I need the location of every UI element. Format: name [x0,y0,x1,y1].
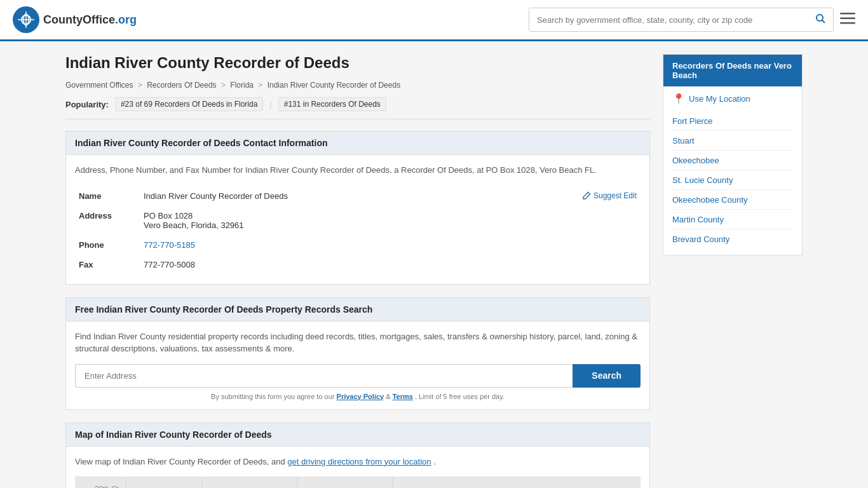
contact-section-body: Address, Phone Number, and Fax Number fo… [66,155,649,284]
site-header: CountyOffice.org [0,0,868,41]
property-search-body: Find Indian River County residential pro… [66,322,649,409]
name-label: Name [76,187,140,205]
privacy-policy-link[interactable]: Privacy Policy [337,393,384,400]
address-search-row: Search [75,364,641,388]
phone-label: Phone [76,236,140,254]
contact-table: Name Indian River County Recorder of Dee… [75,186,641,275]
name-value: Indian River County Recorder of Deeds Su… [141,187,639,205]
breadcrumb-link-current[interactable]: Indian River County Recorder of Deeds [268,81,400,90]
header-right [529,8,855,32]
property-search-section: Free Indian River County Recorder Of Dee… [65,297,650,410]
list-item: Okeechobee County [672,190,793,210]
list-item: St. Lucie County [672,170,793,190]
global-search-input[interactable] [529,10,808,30]
svg-point-5 [817,15,823,21]
contact-description: Address, Phone Number, and Fax Number fo… [75,164,641,177]
location-icon: 📍 [672,93,685,105]
address-value: PO Box 1028 Vero Beach, Florida, 32961 [141,207,639,234]
contact-section-header: Indian River County Recorder of Deeds Co… [66,132,649,155]
list-item: Fort Pierce [672,111,793,131]
contact-name-row: Name Indian River County Recorder of Dee… [76,187,639,205]
contact-section: Indian River County Recorder of Deeds Co… [65,131,650,285]
sidebar-link-st-lucie[interactable]: St. Lucie County [672,175,733,185]
breadcrumb-sep-1: > [138,81,142,90]
property-search-description: Find Indian River County residential pro… [75,330,641,355]
phone-value: 772-770-5185 [141,236,639,254]
map-section-body: View map of Indian River County Recorder… [66,447,649,489]
form-disclaimer: By submitting this form you agree to our… [75,393,641,400]
sidebar-nearby-list: Fort Pierce Stuart Okeechobee St. Lucie … [672,111,793,248]
suggest-edit-link[interactable]: Suggest Edit [582,191,637,200]
list-item: Martin County [672,210,793,229]
global-search-bar [529,8,834,32]
list-item: Brevard County [672,229,793,248]
breadcrumb-sep-3: > [258,81,262,90]
logo-text: CountyOffice.org [43,13,137,27]
page-title: Indian River County Recorder of Deeds [65,54,650,72]
sidebar-link-okeechobee[interactable]: Okeechobee [672,156,719,165]
contact-phone-row: Phone 772-770-5185 [76,236,639,254]
address-search-input[interactable] [75,364,573,388]
phone-link[interactable]: 772-770-5185 [144,240,195,250]
popularity-bar: Popularity: #23 of 69 Recorders Of Deeds… [65,97,650,119]
use-my-location-row: 📍 Use My Location [672,93,793,105]
svg-rect-9 [840,22,855,24]
sidebar-link-brevard[interactable]: Brevard County [672,234,729,244]
contact-fax-row: Fax 772-770-5008 [76,255,639,274]
popularity-rank-state: #23 of 69 Recorders Of Deeds in Florida [115,97,263,111]
breadcrumb-link-gov[interactable]: Government Offices [65,81,133,90]
map-description: View map of Indian River County Recorder… [75,456,641,468]
sidebar-header: Recorders Of Deeds near Vero Beach [663,55,802,86]
map-section-header: Map of Indian River County Recorder of D… [66,423,649,447]
sidebar-link-fort-pierce[interactable]: Fort Pierce [672,116,713,126]
breadcrumb-link-florida[interactable]: Florida [230,81,254,90]
fax-label: Fax [76,255,140,274]
sidebar-link-martin[interactable]: Martin County [672,215,724,224]
logo-area: CountyOffice.org [13,6,137,33]
svg-line-6 [822,20,825,23]
sidebar-link-okeechobee-county[interactable]: Okeechobee County [672,195,748,205]
property-search-header: Free Indian River County Recorder Of Dee… [66,298,649,322]
sidebar-section-nearby: Recorders Of Deeds near Vero Beach 📍 Use… [663,54,803,255]
popularity-rank-national: #131 in Recorders Of Deeds [278,97,386,111]
contact-address-row: Address PO Box 1028 Vero Beach, Florida,… [76,207,639,234]
logo-icon [13,6,39,33]
driving-directions-link[interactable]: get driving directions from your locatio… [287,457,431,466]
hamburger-menu-button[interactable] [840,11,855,28]
address-search-button[interactable]: Search [573,364,641,388]
address-label: Address [76,207,140,234]
terms-link[interactable]: Terms [393,393,413,400]
popularity-label: Popularity: [65,100,109,109]
sidebar-body: 📍 Use My Location Fort Pierce Stuart Oke… [663,86,802,255]
svg-rect-7 [840,13,855,15]
breadcrumb-link-recorders[interactable]: Recorders Of Deeds [147,81,216,90]
sidebar-link-stuart[interactable]: Stuart [672,136,695,146]
main-container: Indian River County Recorder of Deeds Go… [53,41,815,488]
breadcrumb: Government Offices > Recorders Of Deeds … [65,81,650,90]
popularity-separator: | [269,100,271,109]
global-search-button[interactable] [808,8,833,31]
breadcrumb-sep-2: > [221,81,226,90]
list-item: Okeechobee [672,151,793,170]
map-placeholder: 30th St 📍 [75,477,641,488]
use-my-location-link[interactable]: Use My Location [689,94,750,104]
sidebar: Recorders Of Deeds near Vero Beach 📍 Use… [663,54,803,488]
map-section: Map of Indian River County Recorder of D… [65,423,650,489]
fax-value: 772-770-5008 [141,255,639,274]
list-item: Stuart [672,131,793,151]
svg-rect-8 [840,18,855,20]
content-area: Indian River County Recorder of Deeds Go… [65,54,650,488]
